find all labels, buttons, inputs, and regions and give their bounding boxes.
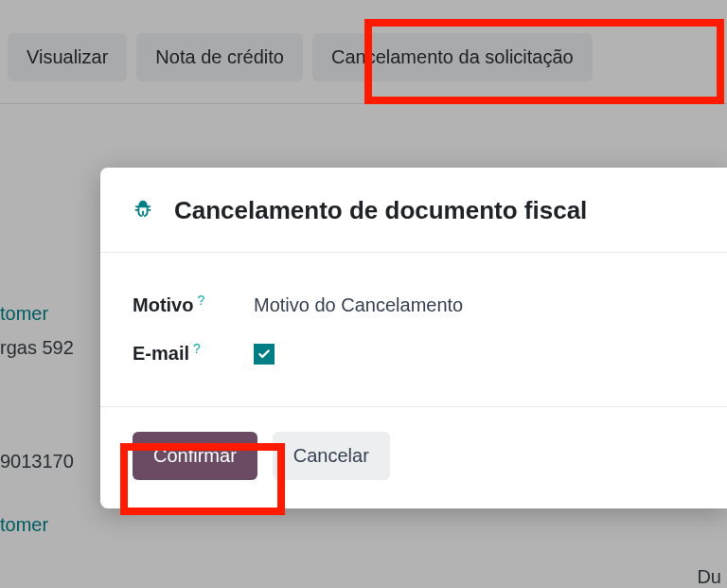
help-icon[interactable]: ?	[193, 341, 201, 356]
cancel-document-modal: Cancelamento de documento fiscal Motivo …	[100, 168, 727, 508]
email-checkbox[interactable]	[254, 344, 275, 365]
email-label: E-mail ?	[133, 343, 254, 365]
motivo-value[interactable]: Motivo do Cancelamento	[254, 294, 463, 316]
modal-body: Motivo ? Motivo do Cancelamento E-mail ?	[100, 253, 727, 406]
motivo-label: Motivo ?	[133, 294, 254, 316]
help-icon[interactable]: ?	[197, 293, 204, 308]
confirm-button[interactable]: Confirmar	[133, 432, 257, 480]
modal-header: Cancelamento de documento fiscal	[100, 168, 727, 253]
cancel-button[interactable]: Cancelar	[273, 432, 390, 480]
modal-title: Cancelamento de documento fiscal	[174, 196, 587, 225]
email-label-text: E-mail	[133, 343, 189, 365]
email-row: E-mail ?	[133, 343, 695, 365]
modal-footer: Confirmar Cancelar	[100, 406, 727, 508]
motivo-label-text: Motivo	[133, 294, 193, 316]
motivo-row: Motivo ? Motivo do Cancelamento	[133, 294, 695, 316]
bug-icon	[133, 199, 153, 223]
